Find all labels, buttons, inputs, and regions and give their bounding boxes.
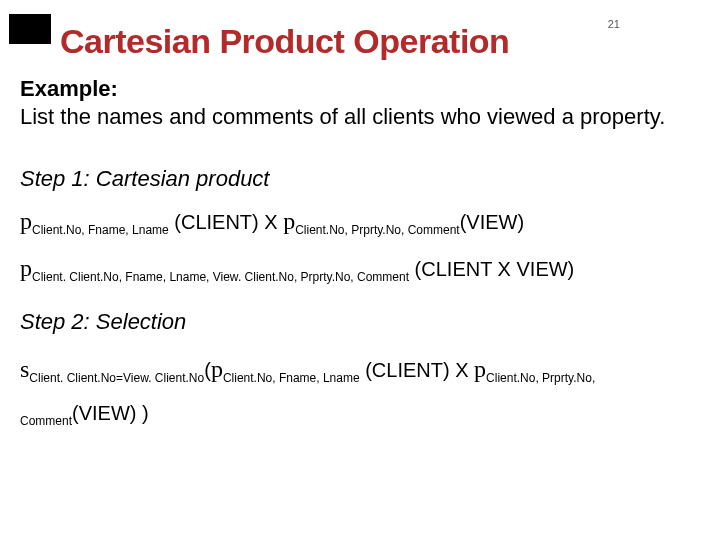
step2-heading: Step 2: Selection <box>20 309 690 335</box>
relation-text: (CLIENT) X <box>169 211 283 233</box>
example-label: Example: <box>20 76 690 102</box>
select-cond: Client. Client.No=View. Client.No <box>29 371 204 385</box>
proj-attrs-3: Client. Client.No, Fname, Lname, View. C… <box>32 270 409 284</box>
pi-symbol: p <box>211 356 223 382</box>
proj-attrs-2: Client.No, Prprty.No, Comment <box>295 223 460 237</box>
black-bar-accent <box>9 14 51 44</box>
proj-attrs-5: Client.No, Prprty.No, <box>486 371 595 385</box>
proj-attrs-4: Client.No, Fname, Lname <box>223 371 360 385</box>
sigma-symbol: s <box>20 356 29 382</box>
open-paren: ( <box>204 359 211 381</box>
step1-formula-line1: pClient.No, Fname, Lname (CLIENT) X pCli… <box>20 202 690 240</box>
relation-text: (VIEW) <box>460 211 524 233</box>
slide-title: Cartesian Product Operation <box>60 22 509 61</box>
step1-heading: Step 1: Cartesian product <box>20 166 690 192</box>
mid-text: (CLIENT) X <box>360 359 474 381</box>
pi-symbol: p <box>20 255 32 281</box>
proj-attrs-6: Comment <box>20 414 72 428</box>
close-text: (VIEW) ) <box>72 402 149 424</box>
step1-formula-line2: pClient. Client.No, Fname, Lname, View. … <box>20 249 690 287</box>
pi-symbol: p <box>283 208 295 234</box>
proj-attrs-1: Client.No, Fname, Lname <box>32 223 169 237</box>
page-number: 21 <box>608 18 620 30</box>
example-prompt: List the names and comments of all clien… <box>20 104 690 130</box>
pi-symbol: p <box>474 356 486 382</box>
relation-text: (CLIENT X VIEW) <box>409 258 574 280</box>
content-area: Example: List the names and comments of … <box>20 76 690 441</box>
pi-symbol: p <box>20 208 32 234</box>
step2-formula: sClient. Client.No=View. Client.No(pClie… <box>20 345 690 433</box>
